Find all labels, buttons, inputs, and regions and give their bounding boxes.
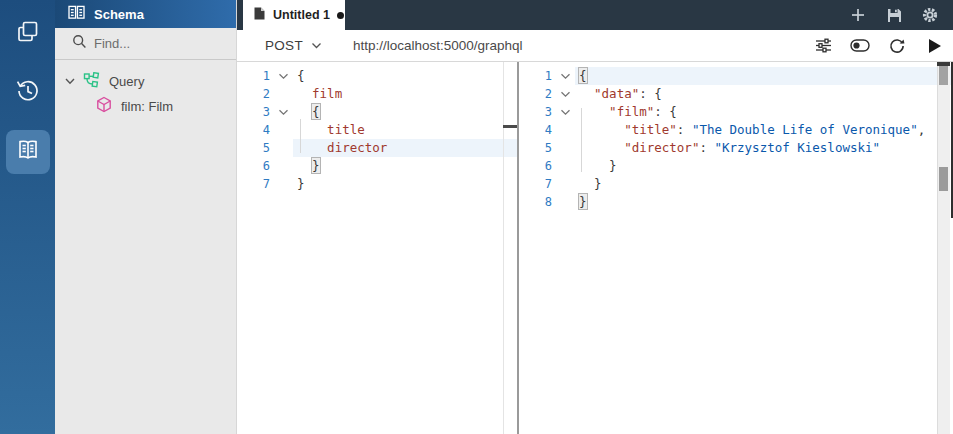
copy-icon bbox=[15, 19, 41, 49]
code-token: : { bbox=[654, 104, 677, 119]
code-line[interactable]: 7} bbox=[237, 175, 517, 193]
settings-gear-icon[interactable] bbox=[919, 4, 941, 26]
icon-sidebar bbox=[0, 0, 55, 434]
line-number: 2 bbox=[237, 85, 273, 103]
code-line[interactable]: 3 { bbox=[237, 103, 517, 121]
code-token: } bbox=[594, 176, 602, 191]
code-token bbox=[297, 122, 327, 137]
code-token bbox=[579, 140, 624, 155]
url-input[interactable]: http://localhost:5000/graphql bbox=[353, 38, 523, 53]
line-number: 5 bbox=[237, 139, 273, 157]
tree-item-film[interactable]: film: Film bbox=[55, 94, 236, 119]
refresh-schema-icon[interactable] bbox=[886, 35, 908, 57]
line-number: 6 bbox=[519, 157, 555, 175]
code-token: "data" bbox=[594, 86, 639, 101]
code-token: { bbox=[297, 68, 305, 83]
request-bar: POST http://localhost:5000/graphql bbox=[237, 30, 953, 62]
chevron-down-icon[interactable] bbox=[64, 73, 76, 91]
main-area: Untitled 1 bbox=[237, 0, 953, 434]
code-line[interactable]: 6 } bbox=[237, 157, 517, 175]
code-token: } bbox=[609, 158, 617, 173]
graphql-client-window: Schema bbox=[0, 0, 953, 434]
line-number: 3 bbox=[237, 103, 273, 121]
code-line[interactable]: 7 } bbox=[519, 175, 953, 193]
code-token bbox=[297, 104, 312, 119]
fold-chevron-icon[interactable] bbox=[273, 103, 293, 121]
schema-panel-header: Schema bbox=[55, 0, 236, 28]
tree-item-query[interactable]: Query bbox=[55, 69, 236, 94]
indent-guide bbox=[300, 119, 301, 153]
schema-find-row bbox=[55, 28, 236, 60]
code-line[interactable]: 5 "director": "Krzysztof Kieslowski" bbox=[519, 139, 953, 157]
overview-ruler-mark bbox=[503, 125, 517, 128]
save-button[interactable] bbox=[883, 4, 905, 26]
line-number: 8 bbox=[519, 193, 555, 211]
code-line[interactable]: 1{ bbox=[237, 67, 517, 85]
schema-panel: Schema bbox=[55, 0, 237, 434]
code-line[interactable]: 2 film bbox=[237, 85, 517, 103]
fold-spacer bbox=[273, 175, 293, 193]
method-label: POST bbox=[265, 38, 303, 53]
code-text: { bbox=[293, 67, 517, 85]
code-line[interactable]: 5 director bbox=[237, 139, 517, 157]
code-text: film bbox=[293, 85, 517, 103]
code-token bbox=[297, 158, 312, 173]
method-dropdown[interactable]: POST bbox=[265, 38, 322, 53]
book-icon bbox=[68, 5, 85, 24]
code-line[interactable]: 2 "data": { bbox=[519, 85, 953, 103]
code-token: : bbox=[699, 140, 714, 155]
sidebar-item-schema-docs[interactable] bbox=[6, 130, 50, 174]
code-token: film bbox=[312, 86, 342, 101]
type-icon bbox=[83, 72, 100, 92]
code-line[interactable]: 4 "title": "The Double Life of Veronique… bbox=[519, 121, 953, 139]
fold-spacer bbox=[273, 121, 293, 139]
line-number: 4 bbox=[237, 121, 273, 139]
line-number: 2 bbox=[519, 85, 555, 103]
fold-chevron-icon[interactable] bbox=[555, 67, 575, 85]
code-token: } bbox=[297, 176, 305, 191]
toggle-variables-icon[interactable] bbox=[849, 35, 871, 57]
request-options-sliders-icon[interactable] bbox=[812, 35, 834, 57]
code-text: "title": "The Double Life of Veronique", bbox=[575, 121, 953, 139]
code-text: } bbox=[575, 175, 953, 193]
code-token: } bbox=[579, 194, 587, 209]
code-line[interactable]: 6 } bbox=[519, 157, 953, 175]
code-text: } bbox=[575, 157, 953, 175]
fold-chevron-icon[interactable] bbox=[273, 67, 293, 85]
fold-spacer bbox=[555, 157, 575, 175]
sidebar-item-history[interactable] bbox=[6, 71, 50, 115]
schema-find-input[interactable] bbox=[94, 36, 214, 51]
line-number: 3 bbox=[519, 103, 555, 121]
response-scrollbar-thumb[interactable] bbox=[939, 66, 948, 85]
code-text: } bbox=[293, 175, 517, 193]
tab-bar-actions bbox=[847, 0, 953, 30]
fold-spacer bbox=[555, 121, 575, 139]
chevron-down-icon bbox=[311, 40, 322, 51]
code-line[interactable]: 4 title bbox=[237, 121, 517, 139]
code-line[interactable]: 8} bbox=[519, 193, 953, 211]
run-query-play-button[interactable] bbox=[923, 35, 945, 57]
code-token bbox=[297, 140, 327, 155]
fold-spacer bbox=[555, 175, 575, 193]
fold-chevron-icon[interactable] bbox=[555, 103, 575, 121]
new-tab-button[interactable] bbox=[847, 4, 869, 26]
fold-spacer bbox=[273, 85, 293, 103]
code-token bbox=[579, 86, 594, 101]
fold-chevron-icon[interactable] bbox=[555, 85, 575, 103]
fold-spacer bbox=[555, 139, 575, 157]
code-token bbox=[579, 122, 624, 137]
code-line[interactable]: 1{ bbox=[519, 67, 953, 85]
request-actions bbox=[812, 35, 953, 57]
sidebar-item-collections[interactable] bbox=[6, 12, 50, 56]
response-editor[interactable]: 1{2 "data": {3 "film": {4 "title": "The … bbox=[519, 62, 953, 434]
fold-spacer bbox=[273, 139, 293, 157]
query-editor[interactable]: 1{2 film3 {4 title5 director6 }7} bbox=[237, 62, 517, 434]
code-token: "The Double Life of Veronique" bbox=[692, 122, 918, 137]
line-number: 4 bbox=[519, 121, 555, 139]
response-scrollbar-track[interactable] bbox=[937, 62, 950, 434]
field-cube-icon bbox=[96, 96, 112, 117]
code-line[interactable]: 3 "film": { bbox=[519, 103, 953, 121]
tab-untitled-1[interactable]: Untitled 1 bbox=[243, 0, 345, 30]
line-number: 7 bbox=[237, 175, 273, 193]
schema-tree: Query film: Film bbox=[55, 60, 236, 119]
